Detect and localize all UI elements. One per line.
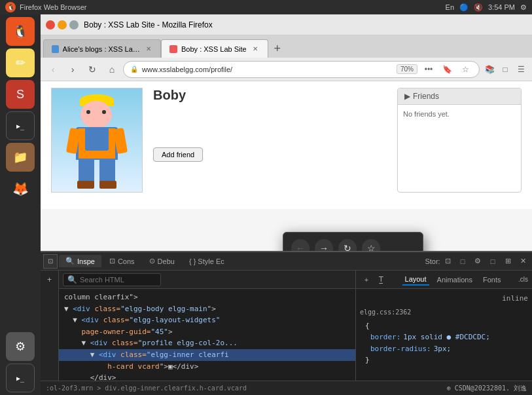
dt-icon-1[interactable]: Stor: [426, 255, 439, 268]
css-val-2: 3px; [434, 343, 452, 355]
nav-extras: 📚 □ ☰ [482, 62, 528, 77]
dt-add-btn[interactable]: + [43, 273, 56, 286]
context-menu: ← → ↻ ☆ Save Page As... Save Page to Poc… [283, 232, 423, 251]
devtools-right-toolbar: Stor: ⊡ □ ⚙ □ ⊞ ✕ [426, 255, 529, 268]
devtools-css-label: .cls [518, 276, 528, 283]
dt-icon-3[interactable]: □ [456, 255, 469, 268]
tab-favicon-2 [169, 45, 177, 53]
devtools-tab-inspector[interactable]: 🔍 Inspe [59, 255, 101, 267]
watermark: ⊕ CSDN@20232801. 刘逸 [447, 384, 527, 393]
devtools-tab-layout[interactable]: Layout [402, 274, 429, 286]
bt-icon: 🔵 [459, 3, 469, 12]
dock-item-files[interactable]: 📁 [6, 143, 35, 172]
devtools-tab-animations[interactable]: Animations [434, 274, 475, 285]
tab-close-2[interactable]: ✕ [251, 45, 260, 54]
maximize-button[interactable] [69, 20, 79, 29]
friends-panel: ▶ Friends No friends yet. [397, 88, 522, 193]
back-button[interactable]: ‹ [44, 61, 62, 78]
devtools-right-icons-top: + T̲ [360, 273, 387, 286]
css-val-1: 1px solid ● #DCDCDC; [403, 331, 489, 343]
bookmark-icon[interactable]: 🔖 [440, 62, 454, 77]
more-url-btn[interactable]: ••• [421, 62, 436, 77]
console-icon: ⊡ [109, 257, 115, 265]
content-area: Boby Add friend ▶ Friends No friends yet… [41, 81, 532, 251]
ctx-back-button[interactable]: ← [291, 239, 310, 251]
url-lock-icon: 🔒 [130, 66, 138, 73]
devtools-tab-inspector-label: Inspe [77, 257, 95, 265]
home-button[interactable]: ⌂ [103, 61, 120, 78]
devtools-pick-btn[interactable]: ⊡ [43, 254, 58, 269]
dt-icon-2[interactable]: ⊡ [441, 255, 454, 268]
close-button[interactable] [46, 20, 55, 29]
tab-close-1[interactable]: ✕ [145, 45, 152, 54]
ctx-reload-button[interactable]: ↻ [338, 239, 357, 251]
css-prop-2: border-radius: 3px; [370, 343, 528, 355]
settings-icon: ⚙ [520, 3, 527, 12]
zoom-level: 70% [397, 64, 417, 74]
profile-section: Boby Add friend [51, 88, 203, 193]
devtools-tab-console[interactable]: ⊡ Cons [103, 255, 141, 267]
dock-item-terminal1[interactable]: ▶_ [6, 111, 35, 140]
debugger-icon: ⊙ [149, 257, 155, 265]
dt-icon-5[interactable]: □ [486, 255, 499, 268]
title-bar: Boby : XSS Lab Site - Mozilla Firefox [41, 14, 532, 35]
dock-item-notes[interactable]: ✏ [6, 48, 35, 77]
css-open-brace: { [365, 320, 528, 332]
os-bar-title: Firefox Web Browser [20, 3, 87, 11]
dock: 🐧 ✏ S ▶_ 📁 🦊 ⚙ ▶_ [0, 14, 41, 395]
minimize-button[interactable] [58, 20, 67, 29]
devtools: ⊡ 🔍 Inspe ⊡ Cons ⊙ Debu { } Style Ec S [41, 251, 532, 395]
ctx-forward-button[interactable]: → [315, 239, 333, 251]
ctx-bookmark-button[interactable]: ☆ [362, 239, 380, 251]
dock-item-ubuntu[interactable]: 🐧 [6, 17, 35, 46]
css-rule-block: { border: 1px solid ● #DCDCDC; border-ra… [365, 320, 528, 366]
dock-item-settings[interactable]: ⚙ [6, 332, 35, 361]
star-icon[interactable]: ☆ [458, 62, 472, 77]
window-title: Boby : XSS Lab Site - Mozilla Firefox [84, 20, 213, 29]
devtools-tab-console-label: Cons [118, 257, 135, 265]
profile-name: Boby [153, 88, 203, 103]
add-friend-button[interactable]: Add friend [153, 147, 203, 162]
os-bar: 🐧 Firefox Web Browser En 🔵 🔇 3:54 PM ⚙ [0, 0, 532, 14]
html-line-0: column clearfix"> [64, 292, 350, 303]
dt-icon-4[interactable]: ⚙ [471, 255, 484, 268]
forward-button[interactable]: › [64, 61, 81, 78]
devtools-toolbar: 🔍 [59, 271, 355, 289]
devtools-tab-debugger[interactable]: ⊙ Debu [143, 255, 181, 267]
os-time: 3:54 PM [488, 3, 515, 11]
reload-button[interactable]: ↻ [84, 61, 101, 78]
devtools-search-input[interactable] [80, 276, 158, 284]
devtools-search[interactable]: 🔍 [63, 273, 161, 286]
html-line-3: page-owner-guid="45"> [64, 326, 350, 338]
devtools-tab-fonts[interactable]: Fonts [480, 274, 504, 285]
devtools-tabs: ⊡ 🔍 Inspe ⊡ Cons ⊙ Debu { } Style Ec S [41, 252, 532, 271]
hamburger-icon[interactable]: ☰ [514, 62, 528, 77]
dt-right-icon-2[interactable]: T̲ [374, 273, 387, 286]
dt-icon-6[interactable]: ⊞ [501, 255, 514, 268]
breadcrumb: :ol-2of3.mrn > div.elgg-inner.clearfix.h… [46, 385, 247, 392]
os-bar-right: En 🔵 🔇 3:54 PM ⚙ [446, 3, 527, 12]
dt-icon-7[interactable]: ✕ [516, 255, 529, 268]
sidebar-icon[interactable]: □ [498, 62, 512, 77]
html-line-2: ▼ <div class="elgg-layout-widgets" [64, 314, 350, 326]
devtools-tab-debugger-label: Debu [158, 257, 175, 265]
dt-right-icon-1[interactable]: + [360, 273, 373, 286]
tab-alice[interactable]: Alice's blogs : XSS Lab Si... ✕ [43, 39, 161, 58]
css-key-1: border: [370, 331, 400, 343]
tab-boby[interactable]: Boby : XSS Lab Site ✕ [161, 39, 268, 58]
no-friends-text: No friends yet. [403, 110, 450, 118]
css-key-2: border-radius: [370, 343, 431, 355]
friends-body: No friends yet. [398, 105, 521, 131]
devtools-right-panel: + T̲ Layout Animations Fonts .cls inline… [355, 271, 532, 381]
new-tab-button[interactable]: + [268, 39, 287, 58]
dock-item-app[interactable]: S [6, 80, 35, 109]
dock-item-terminal2[interactable]: ▶_ [6, 364, 35, 392]
devtools-tab-style[interactable]: { } Style Ec [183, 255, 231, 267]
library-icon[interactable]: 📚 [482, 62, 497, 77]
friends-icon: ▶ [404, 92, 410, 101]
dock-item-firefox[interactable]: 🦊 [6, 174, 35, 203]
url-bar[interactable]: 🔒 www.xsslabelgg.com/profile/ 70% ••• 🔖 … [123, 61, 480, 78]
html-line-5-selected: ▼ <div class="elgg-inner clearfi [59, 349, 355, 361]
inspector-icon: 🔍 [65, 257, 75, 265]
browser-window: Boby : XSS Lab Site - Mozilla Firefox Al… [41, 14, 532, 395]
